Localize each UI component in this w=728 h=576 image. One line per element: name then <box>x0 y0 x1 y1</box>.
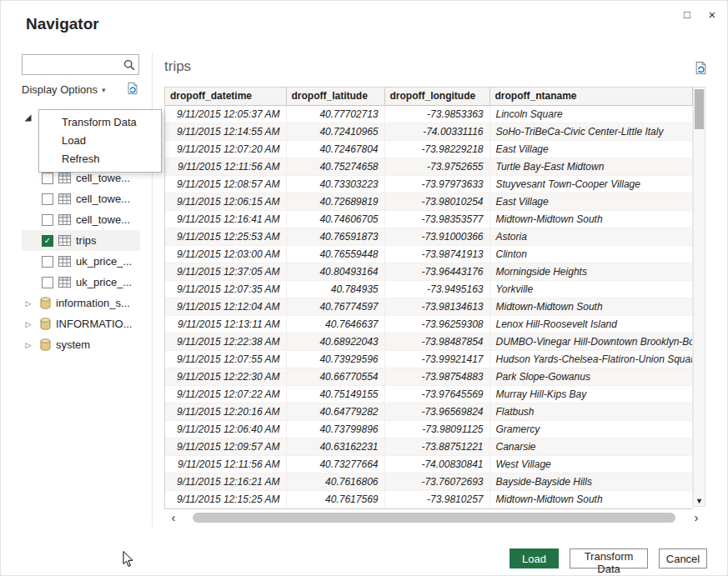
cell-dropoff_ntaname: Canarsie <box>490 438 692 455</box>
cell-dropoff_ntaname: Turtle Bay-East Midtown <box>490 158 692 175</box>
tree-item-information-s-[interactable]: ▷information_s... <box>22 293 140 313</box>
tree-item-cell-towe-[interactable]: cell_towe... <box>22 209 140 230</box>
cell-dropoff_ntaname: Lenox Hill-Roosevelt Island <box>490 315 692 333</box>
table-icon <box>58 193 71 204</box>
cell-dropoff_latitude: 40.75149155 <box>286 385 384 403</box>
table-icon <box>58 173 71 183</box>
table-icon <box>58 235 71 246</box>
cell-dropoff_ntaname: Yorkville <box>490 280 692 298</box>
cell-dropoff_longitude: -73.98487854 <box>384 333 490 350</box>
tree-item-label: INFORMATIO... <box>56 318 132 330</box>
tree-item-system[interactable]: ▷system <box>22 334 140 355</box>
context-menu-item-transform-data[interactable]: Transform Data <box>39 113 161 132</box>
vertical-scrollbar[interactable]: ▼ <box>693 87 705 507</box>
item-checkbox[interactable] <box>42 173 53 184</box>
item-checkbox[interactable] <box>42 277 53 288</box>
load-button[interactable]: Load <box>510 548 559 568</box>
chevron-down-icon[interactable]: ▾ <box>102 86 106 94</box>
cell-dropoff_ntaname: Park Slope-Gowanus <box>490 368 692 385</box>
maximize-button[interactable]: □ <box>677 4 697 24</box>
table-row: 9/11/2015 12:03:00 AM40.76559448-73.9874… <box>165 245 692 263</box>
refresh-preview-icon[interactable] <box>694 61 708 78</box>
tree-item-informatio-[interactable]: ▷INFORMATIO... <box>22 313 140 334</box>
cell-dropoff_longitude: -73.98229218 <box>384 140 490 158</box>
cell-dropoff_datetime: 9/11/2015 12:20:16 AM <box>165 403 286 420</box>
item-checkbox[interactable] <box>42 193 53 205</box>
horizontal-scrollbar-thumb[interactable] <box>193 513 675 523</box>
cell-dropoff_latitude: 40.80493164 <box>286 263 384 280</box>
refresh-icon[interactable] <box>126 82 139 98</box>
cell-dropoff_ntaname: Midtown-Midtown South <box>490 298 692 315</box>
column-header-dropoff_latitude: dropoff_latitude <box>286 88 384 105</box>
cell-dropoff_ntaname: East Village <box>490 140 692 158</box>
cell-dropoff_latitude: 40.76559448 <box>286 245 384 263</box>
vertical-scrollbar-thumb[interactable] <box>695 89 704 129</box>
search-icon[interactable] <box>120 59 138 71</box>
tree-item-uk-price-[interactable]: uk_price_... <box>22 251 140 272</box>
scroll-right-icon[interactable]: › <box>687 511 705 524</box>
cell-dropoff_longitude: -73.98353577 <box>384 210 490 228</box>
cell-dropoff_datetime: 9/11/2015 12:22:38 AM <box>165 333 286 350</box>
cancel-button[interactable]: Cancel <box>659 548 707 568</box>
preview-table-name: trips <box>164 58 191 75</box>
database-icon <box>40 318 51 330</box>
dialog-title: Navigator <box>26 15 99 33</box>
tree-item-label: cell_towe... <box>76 193 130 205</box>
cell-dropoff_ntaname: Morningside Heights <box>490 263 692 280</box>
tree-item-label: uk_price_... <box>76 255 132 268</box>
table-icon <box>58 256 71 267</box>
tree-item-label: trips <box>76 234 97 247</box>
display-options: Display Options ▾ <box>22 82 139 98</box>
item-checkbox[interactable] <box>42 214 53 226</box>
cell-dropoff_longitude: -74.00830841 <box>384 455 490 473</box>
cell-dropoff_longitude: -73.97645569 <box>384 385 490 403</box>
expand-arrow-icon[interactable]: ▷ <box>22 299 35 308</box>
preview-table: dropoff_datetimedropoff_latitudedropoff_… <box>165 88 693 508</box>
close-button[interactable]: × <box>702 4 722 24</box>
cell-dropoff_datetime: 9/11/2015 12:15:25 AM <box>165 490 286 508</box>
cell-dropoff_datetime: 9/11/2015 12:12:04 AM <box>165 298 286 315</box>
cell-dropoff_longitude: -73.98134613 <box>384 298 490 315</box>
context-menu-item-refresh[interactable]: Refresh <box>39 150 161 168</box>
table-icon <box>58 214 71 225</box>
scroll-left-icon[interactable]: ‹ <box>164 511 183 524</box>
database-icon <box>40 338 51 351</box>
data-preview-grid: dropoff_datetimedropoff_latitudedropoff_… <box>164 87 693 509</box>
horizontal-scrollbar[interactable]: ‹ › <box>164 510 705 525</box>
cell-dropoff_longitude: -73.96259308 <box>384 315 490 333</box>
table-row: 9/11/2015 12:07:22 AM40.75149155-73.9764… <box>165 385 692 403</box>
tree-item-cell-towe-[interactable]: cell_towe... <box>22 188 140 209</box>
transform-data-button[interactable]: Transform Data <box>570 548 648 568</box>
item-checkbox[interactable]: ✓ <box>42 235 53 247</box>
horizontal-scroll-track[interactable] <box>183 513 687 523</box>
expand-arrow-icon[interactable]: ▷ <box>22 320 35 328</box>
cell-dropoff_ntaname: Bayside-Bayside Hills <box>490 473 692 490</box>
tree-item-trips[interactable]: ✓trips <box>22 230 140 251</box>
cell-dropoff_latitude: 40.73303223 <box>286 175 384 193</box>
expand-arrow-icon[interactable]: ▷ <box>22 341 35 349</box>
cell-dropoff_latitude: 40.77702713 <box>286 105 384 123</box>
table-row: 9/11/2015 12:12:04 AM40.76774597-73.9813… <box>165 298 692 315</box>
search-input[interactable] <box>23 55 120 74</box>
cell-dropoff_longitude: -73.97973633 <box>384 175 490 193</box>
cell-dropoff_datetime: 9/11/2015 12:05:37 AM <box>165 105 286 123</box>
cell-dropoff_datetime: 9/11/2015 12:07:20 AM <box>165 140 286 158</box>
tree-item-label: information_s... <box>56 297 130 309</box>
expanded-root-arrow-icon[interactable] <box>24 110 33 118</box>
cell-dropoff_longitude: -73.9853363 <box>384 105 490 123</box>
cell-dropoff_datetime: 9/11/2015 12:07:35 AM <box>165 280 286 298</box>
cell-dropoff_ntaname: Midtown-Midtown South <box>490 490 692 508</box>
cell-dropoff_longitude: -73.98091125 <box>384 420 490 438</box>
cell-dropoff_latitude: 40.76774597 <box>286 298 384 315</box>
cell-dropoff_latitude: 40.76591873 <box>286 228 384 245</box>
cell-dropoff_ntaname: Clinton <box>490 245 692 263</box>
item-checkbox[interactable] <box>42 256 53 268</box>
cell-dropoff_datetime: 9/11/2015 12:22:30 AM <box>165 368 286 385</box>
scroll-down-icon[interactable]: ▼ <box>694 497 705 505</box>
table-row: 9/11/2015 12:14:55 AM40.72410965-74.0033… <box>165 123 692 140</box>
table-row: 9/11/2015 12:22:38 AM40.68922043-73.9848… <box>165 333 692 350</box>
display-options-label[interactable]: Display Options <box>22 83 98 96</box>
context-menu-item-load[interactable]: Load <box>39 132 161 150</box>
cell-dropoff_ntaname: SoHo-TriBeCa-Civic Center-Little Italy <box>490 123 692 140</box>
tree-item-uk-price-[interactable]: uk_price_... <box>22 272 140 293</box>
